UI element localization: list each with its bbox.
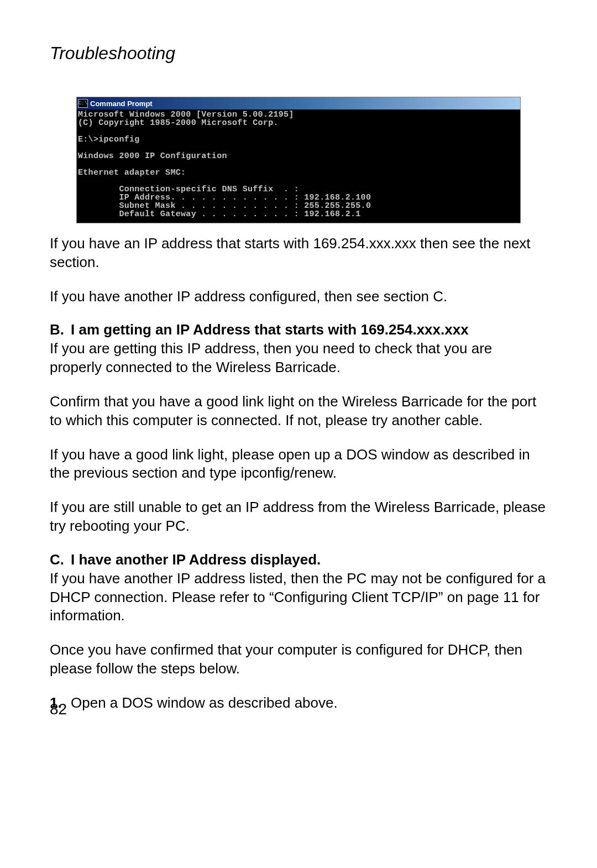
command-prompt-titlebar: C:\ Command Prompt	[77, 97, 520, 109]
section-c-heading: C. I have another IP Address displayed.	[50, 551, 547, 568]
command-prompt-output: Microsoft Windows 2000 [Version 5.00.219…	[77, 109, 520, 223]
paragraph: If you are getting this IP address, then…	[50, 339, 547, 377]
section-title: I have another IP Address displayed.	[71, 551, 321, 568]
paragraph: If you have another IP address configure…	[50, 287, 547, 306]
paragraph: If you have another IP address listed, t…	[50, 569, 547, 625]
section-marker: C.	[50, 551, 71, 568]
paragraph: Confirm that you have a good link light …	[50, 393, 547, 430]
page-header: Troubleshooting	[50, 43, 547, 64]
section-title: I am getting an IP Address that starts w…	[71, 321, 469, 338]
section-marker: B.	[50, 321, 71, 338]
section-b-heading: B. I am getting an IP Address that start…	[50, 321, 547, 338]
paragraph: Once you have confirmed that your comput…	[50, 641, 547, 678]
command-prompt-title-text: Command Prompt	[90, 100, 153, 108]
page-number: 82	[50, 700, 67, 718]
list-text: Open a DOS window as described above.	[71, 694, 338, 713]
paragraph: If you have an IP address that starts wi…	[50, 234, 547, 272]
command-prompt-icon: C:\	[78, 99, 88, 108]
command-prompt-window: C:\ Command Prompt Microsoft Windows 200…	[76, 97, 521, 223]
ordered-list-item: 1. Open a DOS window as described above.	[50, 694, 547, 713]
paragraph: If you are still unable to get an IP add…	[50, 498, 547, 536]
paragraph: If you have a good link light, please op…	[50, 446, 547, 483]
